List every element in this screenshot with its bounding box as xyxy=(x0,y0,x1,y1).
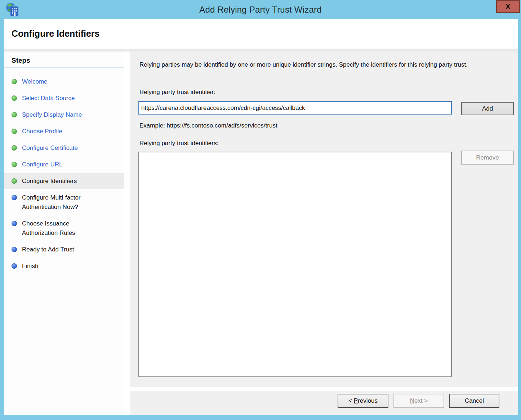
step-todo-bullet-icon xyxy=(12,221,17,226)
sidebar-item-specify-display-name[interactable]: Specify Display Name xyxy=(4,107,124,123)
next-button: Next > xyxy=(393,394,444,408)
titlebar: Add Relying Party Trust Wizard X xyxy=(0,0,521,19)
page-header: Configure Identifiers xyxy=(4,19,518,49)
cancel-button[interactable]: Cancel xyxy=(449,394,499,408)
step-label: Finish xyxy=(22,262,38,271)
sidebar-item-configure-url[interactable]: Configure URL xyxy=(4,157,124,173)
step-label: Choose Profile xyxy=(22,127,62,136)
page-title: Configure Identifiers xyxy=(12,28,99,39)
step-done-bullet-icon xyxy=(12,129,17,134)
adfs-wizard-icon xyxy=(5,2,19,17)
sidebar-item-welcome[interactable]: Welcome xyxy=(4,74,124,90)
sidebar-item-configure-identifiers[interactable]: Configure Identifiers xyxy=(4,173,124,189)
step-done-bullet-icon xyxy=(12,145,17,151)
step-label: Configure Certificate xyxy=(22,143,78,153)
sidebar-item-configure-certificate[interactable]: Configure Certificate xyxy=(4,140,124,156)
identifiers-listbox[interactable] xyxy=(138,152,452,377)
step-label: Welcome xyxy=(22,77,48,86)
step-done-bullet-icon xyxy=(12,79,17,84)
step-todo-bullet-icon xyxy=(12,247,17,252)
step-label: Specify Display Name xyxy=(22,110,82,120)
sidebar-item-choose-issuance-rules: Choose Issuance Authorization Rules xyxy=(4,216,124,241)
wizard-window: Configure Identifiers Steps Welcome Sele… xyxy=(4,19,518,415)
sidebar-item-finish: Finish xyxy=(4,258,124,274)
add-button[interactable]: Add xyxy=(461,102,514,115)
step-todo-bullet-icon xyxy=(12,195,17,200)
step-label: Configure Multi-factor Authentication No… xyxy=(22,193,106,212)
example-text: Example: https://fs.contoso.com/adfs/ser… xyxy=(139,122,277,129)
step-current-bullet-icon xyxy=(12,178,17,184)
close-button[interactable]: X xyxy=(496,0,520,13)
step-label: Select Data Source xyxy=(22,94,75,103)
steps-list: Welcome Select Data Source Specify Displ… xyxy=(4,68,124,274)
step-done-bullet-icon xyxy=(12,112,17,117)
header-divider xyxy=(4,49,518,52)
step-label: Configure URL xyxy=(22,160,62,169)
sidebar-item-ready-to-add-trust: Ready to Add Trust xyxy=(4,242,124,258)
remove-button: Remove xyxy=(461,151,514,165)
footer-bar: < Previous Next > Cancel xyxy=(130,391,518,415)
relying-party-identifier-input[interactable] xyxy=(138,101,452,115)
steps-sidebar: Steps Welcome Select Data Source Specify… xyxy=(4,52,124,415)
step-done-bullet-icon xyxy=(12,162,17,167)
intro-text: Relying parties may be identified by one… xyxy=(139,60,511,70)
identifier-label: Relying party trust identifier: xyxy=(139,89,215,96)
previous-button[interactable]: < Previous xyxy=(338,394,388,408)
step-label: Choose Issuance Authorization Rules xyxy=(22,219,106,238)
sidebar-item-select-data-source[interactable]: Select Data Source xyxy=(4,90,124,106)
steps-heading: Steps xyxy=(4,52,124,68)
step-todo-bullet-icon xyxy=(12,263,17,269)
identifiers-list-label: Relying party trust identifiers: xyxy=(139,140,218,147)
sidebar-item-choose-profile[interactable]: Choose Profile xyxy=(4,124,124,139)
sidebar-item-configure-mfa: Configure Multi-factor Authentication No… xyxy=(4,190,124,215)
step-done-bullet-icon xyxy=(12,95,17,101)
step-label: Ready to Add Trust xyxy=(22,245,74,254)
step-label: Configure Identifiers xyxy=(22,177,77,186)
main-content: Relying parties may be identified by one… xyxy=(130,52,518,387)
window-title: Add Relying Party Trust Wizard xyxy=(199,5,321,15)
